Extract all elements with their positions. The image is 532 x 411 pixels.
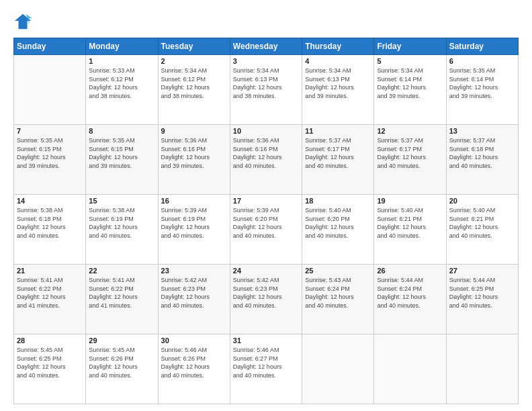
calendar-day-cell: 12Sunrise: 5:37 AM Sunset: 6:17 PM Dayli…: [374, 125, 446, 195]
day-number: 8: [89, 127, 154, 135]
calendar-day-cell: 16Sunrise: 5:39 AM Sunset: 6:19 PM Dayli…: [158, 195, 230, 265]
day-number: 22: [89, 267, 154, 275]
day-info: Sunrise: 5:33 AM Sunset: 6:12 PM Dayligh…: [89, 66, 154, 100]
calendar-day-cell: 13Sunrise: 5:37 AM Sunset: 6:18 PM Dayli…: [446, 125, 518, 195]
calendar-day-cell: 11Sunrise: 5:37 AM Sunset: 6:17 PM Dayli…: [302, 125, 374, 195]
day-info: Sunrise: 5:35 AM Sunset: 6:15 PM Dayligh…: [89, 136, 154, 170]
day-number: 10: [233, 127, 299, 135]
day-info: Sunrise: 5:45 AM Sunset: 6:25 PM Dayligh…: [17, 346, 83, 379]
day-number: 29: [89, 336, 154, 345]
col-header-monday: Monday: [86, 38, 158, 55]
calendar-day-cell: 23Sunrise: 5:42 AM Sunset: 6:23 PM Dayli…: [158, 265, 230, 334]
day-info: Sunrise: 5:34 AM Sunset: 6:13 PM Dayligh…: [233, 66, 299, 100]
day-number: 16: [161, 197, 227, 205]
day-number: 25: [305, 267, 371, 275]
day-info: Sunrise: 5:36 AM Sunset: 6:16 PM Dayligh…: [161, 136, 227, 170]
day-number: 5: [377, 57, 443, 65]
col-header-tuesday: Tuesday: [158, 38, 230, 55]
day-number: 6: [449, 57, 515, 65]
day-number: 20: [449, 197, 515, 205]
day-number: 19: [377, 197, 443, 205]
day-info: Sunrise: 5:37 AM Sunset: 6:17 PM Dayligh…: [305, 136, 371, 170]
day-info: Sunrise: 5:39 AM Sunset: 6:19 PM Dayligh…: [161, 206, 227, 240]
calendar-day-cell: 26Sunrise: 5:44 AM Sunset: 6:24 PM Dayli…: [374, 265, 446, 334]
day-number: 31: [233, 336, 299, 345]
day-number: 14: [17, 197, 83, 205]
calendar-day-cell: [302, 334, 374, 404]
col-header-saturday: Saturday: [446, 38, 518, 55]
day-info: Sunrise: 5:42 AM Sunset: 6:23 PM Dayligh…: [161, 276, 227, 310]
calendar-day-cell: 25Sunrise: 5:43 AM Sunset: 6:24 PM Dayli…: [302, 265, 374, 334]
col-header-thursday: Thursday: [302, 38, 374, 55]
calendar-day-cell: [374, 334, 446, 404]
calendar-day-cell: 7Sunrise: 5:35 AM Sunset: 6:15 PM Daylig…: [14, 125, 86, 195]
calendar-day-cell: 27Sunrise: 5:44 AM Sunset: 6:25 PM Dayli…: [446, 265, 518, 334]
day-number: 3: [233, 57, 299, 65]
calendar-day-cell: 4Sunrise: 5:34 AM Sunset: 6:13 PM Daylig…: [302, 55, 374, 125]
calendar-header-row: SundayMondayTuesdayWednesdayThursdayFrid…: [14, 38, 519, 55]
col-header-sunday: Sunday: [14, 38, 86, 55]
day-info: Sunrise: 5:35 AM Sunset: 6:14 PM Dayligh…: [449, 66, 515, 100]
calendar-day-cell: 6Sunrise: 5:35 AM Sunset: 6:14 PM Daylig…: [446, 55, 518, 125]
day-number: 9: [161, 127, 227, 135]
day-info: Sunrise: 5:41 AM Sunset: 6:22 PM Dayligh…: [89, 276, 154, 310]
calendar-day-cell: 8Sunrise: 5:35 AM Sunset: 6:15 PM Daylig…: [86, 125, 158, 195]
calendar-day-cell: 19Sunrise: 5:40 AM Sunset: 6:21 PM Dayli…: [374, 195, 446, 265]
calendar-week-row: 14Sunrise: 5:38 AM Sunset: 6:18 PM Dayli…: [14, 195, 519, 265]
calendar-day-cell: [14, 55, 86, 125]
day-info: Sunrise: 5:40 AM Sunset: 6:21 PM Dayligh…: [449, 206, 515, 240]
calendar-week-row: 7Sunrise: 5:35 AM Sunset: 6:15 PM Daylig…: [14, 125, 519, 195]
day-info: Sunrise: 5:40 AM Sunset: 6:21 PM Dayligh…: [377, 206, 443, 240]
day-number: 21: [17, 267, 83, 275]
calendar-day-cell: 1Sunrise: 5:33 AM Sunset: 6:12 PM Daylig…: [86, 55, 158, 125]
day-number: 30: [161, 336, 227, 345]
day-info: Sunrise: 5:34 AM Sunset: 6:14 PM Dayligh…: [377, 66, 443, 100]
day-number: 1: [89, 57, 154, 65]
day-info: Sunrise: 5:37 AM Sunset: 6:17 PM Dayligh…: [377, 136, 443, 170]
calendar-day-cell: 3Sunrise: 5:34 AM Sunset: 6:13 PM Daylig…: [230, 55, 302, 125]
day-info: Sunrise: 5:38 AM Sunset: 6:19 PM Dayligh…: [89, 206, 154, 240]
calendar-day-cell: 29Sunrise: 5:45 AM Sunset: 6:26 PM Dayli…: [86, 334, 158, 404]
day-info: Sunrise: 5:44 AM Sunset: 6:24 PM Dayligh…: [377, 276, 443, 310]
calendar-day-cell: 31Sunrise: 5:46 AM Sunset: 6:27 PM Dayli…: [230, 334, 302, 404]
calendar-day-cell: 30Sunrise: 5:46 AM Sunset: 6:26 PM Dayli…: [158, 334, 230, 404]
day-number: 13: [449, 127, 515, 135]
calendar-day-cell: [446, 334, 518, 404]
calendar-day-cell: 24Sunrise: 5:42 AM Sunset: 6:23 PM Dayli…: [230, 265, 302, 334]
day-number: 18: [305, 197, 371, 205]
day-number: 7: [17, 127, 83, 135]
logo-icon: [13, 12, 32, 31]
day-number: 12: [377, 127, 443, 135]
calendar-day-cell: 17Sunrise: 5:39 AM Sunset: 6:20 PM Dayli…: [230, 195, 302, 265]
day-info: Sunrise: 5:34 AM Sunset: 6:12 PM Dayligh…: [161, 66, 227, 100]
col-header-wednesday: Wednesday: [230, 38, 302, 55]
day-info: Sunrise: 5:36 AM Sunset: 6:16 PM Dayligh…: [233, 136, 299, 170]
calendar-day-cell: 10Sunrise: 5:36 AM Sunset: 6:16 PM Dayli…: [230, 125, 302, 195]
col-header-friday: Friday: [374, 38, 446, 55]
day-info: Sunrise: 5:38 AM Sunset: 6:18 PM Dayligh…: [17, 206, 83, 240]
calendar-day-cell: 14Sunrise: 5:38 AM Sunset: 6:18 PM Dayli…: [14, 195, 86, 265]
calendar-day-cell: 22Sunrise: 5:41 AM Sunset: 6:22 PM Dayli…: [86, 265, 158, 334]
day-info: Sunrise: 5:46 AM Sunset: 6:27 PM Dayligh…: [233, 346, 299, 379]
day-info: Sunrise: 5:39 AM Sunset: 6:20 PM Dayligh…: [233, 206, 299, 240]
header: [13, 12, 519, 31]
calendar-day-cell: 21Sunrise: 5:41 AM Sunset: 6:22 PM Dayli…: [14, 265, 86, 334]
day-number: 17: [233, 197, 299, 205]
logo: [13, 12, 35, 31]
calendar-week-row: 1Sunrise: 5:33 AM Sunset: 6:12 PM Daylig…: [14, 55, 519, 125]
calendar-day-cell: 5Sunrise: 5:34 AM Sunset: 6:14 PM Daylig…: [374, 55, 446, 125]
calendar-week-row: 21Sunrise: 5:41 AM Sunset: 6:22 PM Dayli…: [14, 265, 519, 334]
day-number: 2: [161, 57, 227, 65]
day-number: 11: [305, 127, 371, 135]
day-number: 4: [305, 57, 371, 65]
calendar-day-cell: 20Sunrise: 5:40 AM Sunset: 6:21 PM Dayli…: [446, 195, 518, 265]
calendar-day-cell: 2Sunrise: 5:34 AM Sunset: 6:12 PM Daylig…: [158, 55, 230, 125]
day-info: Sunrise: 5:45 AM Sunset: 6:26 PM Dayligh…: [89, 346, 154, 379]
day-info: Sunrise: 5:34 AM Sunset: 6:13 PM Dayligh…: [305, 66, 371, 100]
page: SundayMondayTuesdayWednesdayThursdayFrid…: [0, 0, 532, 411]
day-number: 28: [17, 336, 83, 345]
calendar-day-cell: 9Sunrise: 5:36 AM Sunset: 6:16 PM Daylig…: [158, 125, 230, 195]
day-info: Sunrise: 5:42 AM Sunset: 6:23 PM Dayligh…: [233, 276, 299, 310]
day-info: Sunrise: 5:46 AM Sunset: 6:26 PM Dayligh…: [161, 346, 227, 379]
day-info: Sunrise: 5:35 AM Sunset: 6:15 PM Dayligh…: [17, 136, 83, 170]
